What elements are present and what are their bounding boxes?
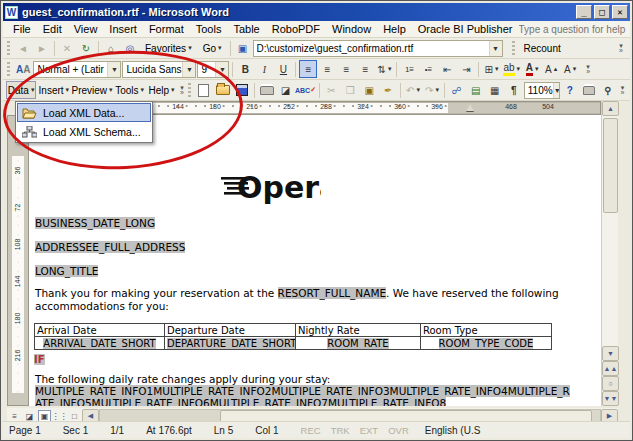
menu-oracle-bi-publisher[interactable]: Oracle BI Publisher: [412, 22, 519, 36]
menu-item-load-xml-schema[interactable]: Load XML Schema...: [17, 122, 151, 141]
menu-robopdf[interactable]: RoboPDF: [266, 22, 326, 36]
menu-item-load-xml-data[interactable]: Load XML Data...: [17, 103, 151, 122]
minimize-button[interactable]: _: [576, 5, 592, 19]
select-browse-object-icon[interactable]: ○: [602, 376, 619, 391]
format-painter-icon[interactable]: ✒: [379, 81, 397, 99]
back-icon[interactable]: ◄: [14, 39, 32, 57]
bold-button[interactable]: B: [236, 60, 254, 78]
menu-file[interactable]: File: [7, 22, 37, 36]
italic-button[interactable]: I: [255, 60, 273, 78]
font-color-button[interactable]: A▾: [523, 60, 541, 78]
insert-excel-worksheet-icon[interactable]: ▤: [467, 81, 485, 99]
save-icon[interactable]: [233, 81, 251, 99]
font-size-combobox[interactable]: 9 ▼: [197, 61, 229, 78]
spelling-icon[interactable]: ABC✓: [296, 81, 316, 99]
scroll-up-icon[interactable]: ▲: [602, 101, 619, 116]
toolbar-options-chevron-icon[interactable]: ▾»: [618, 81, 627, 99]
menu-help[interactable]: Help: [377, 22, 412, 36]
menu-edit[interactable]: Edit: [37, 22, 68, 36]
toolbar-grip[interactable]: [7, 62, 10, 76]
undo-icon[interactable]: ↶▾: [404, 81, 422, 99]
status-mode-ovr[interactable]: OVR: [388, 425, 409, 436]
status-mode-trk[interactable]: TRK: [331, 425, 350, 436]
menu-tools[interactable]: Tools: [190, 22, 228, 36]
bip-tools-menu-button[interactable]: Tools▾: [114, 81, 146, 99]
ask-question-input[interactable]: [519, 24, 633, 35]
vertical-scrollbar[interactable]: ▲ ▼ ▲▲ ○ ▼▼: [601, 101, 618, 406]
go-button[interactable]: Go▾: [198, 39, 227, 57]
menu-table[interactable]: Table: [227, 22, 265, 36]
bullet-list-icon[interactable]: •≡: [419, 60, 437, 78]
print-icon[interactable]: [258, 81, 276, 99]
close-button[interactable]: ✕: [612, 5, 628, 19]
address-dropdown-arrow-icon[interactable]: ▼: [489, 41, 502, 56]
bip-help-menu-button[interactable]: Help▾: [147, 81, 177, 99]
align-center-button[interactable]: ≡: [318, 60, 336, 78]
bip-preview-menu-button[interactable]: Preview▾: [71, 81, 112, 99]
toolbar-options-chevron-icon[interactable]: ▾»: [615, 39, 627, 57]
decrease-indent-icon[interactable]: ⇤: [438, 60, 456, 78]
home-icon[interactable]: ⌂: [102, 39, 120, 57]
bip-data-menu-button[interactable]: Data▾: [6, 81, 36, 99]
bip-insert-menu-button[interactable]: Insert▾: [37, 81, 70, 99]
menu-view[interactable]: View: [68, 22, 104, 36]
new-document-icon[interactable]: [195, 81, 213, 99]
show-web-toolbar-only-icon[interactable]: ▣: [234, 39, 252, 57]
right-indent-marker[interactable]: [466, 104, 474, 111]
scroll-down-icon[interactable]: ▼: [602, 346, 619, 361]
menu-window[interactable]: Window: [326, 22, 377, 36]
envelope-icon[interactable]: [580, 81, 598, 99]
zoom-combobox[interactable]: 110% ▼: [524, 82, 560, 99]
align-right-button[interactable]: ≡: [337, 60, 355, 78]
style-dropdown-arrow-icon[interactable]: ▼: [107, 62, 120, 77]
toolbar-grip[interactable]: [512, 41, 515, 55]
numbered-list-icon[interactable]: 1≡: [400, 60, 418, 78]
menu-insert[interactable]: Insert: [103, 22, 143, 36]
help-icon[interactable]: ?: [561, 81, 579, 99]
status-mode-ext[interactable]: EXT: [360, 425, 378, 436]
recount-button[interactable]: Recount: [519, 39, 566, 57]
grow-font-button[interactable]: A▴: [542, 60, 560, 78]
search-web-icon[interactable]: ◎: [121, 39, 139, 57]
font-size-dropdown-arrow-icon[interactable]: ▼: [215, 62, 228, 77]
zoom-dropdown-arrow-icon[interactable]: ▼: [553, 83, 560, 98]
styles-and-formatting-icon[interactable]: AA: [14, 60, 32, 78]
show-hide-formatting-icon[interactable]: ¶: [505, 81, 523, 99]
toolbar-grip[interactable]: [188, 83, 190, 97]
highlight-button[interactable]: ab▾: [501, 60, 522, 78]
copy-icon[interactable]: ❐: [341, 81, 359, 99]
paste-icon[interactable]: ▣: [360, 81, 378, 99]
redo-icon[interactable]: ↷▾: [423, 81, 441, 99]
next-page-icon[interactable]: ▼▼: [602, 391, 619, 406]
print-preview-icon[interactable]: ◪: [277, 81, 295, 99]
refresh-icon[interactable]: ↻: [77, 39, 95, 57]
toolbar-grip[interactable]: [7, 41, 10, 55]
style-combobox[interactable]: Normal + (Latir ▼: [33, 61, 121, 78]
align-left-button[interactable]: ≡: [299, 60, 317, 78]
shrink-font-button[interactable]: A▾: [561, 60, 579, 78]
menu-format[interactable]: Format: [143, 22, 190, 36]
previous-page-icon[interactable]: ▲▲: [602, 361, 619, 376]
find-icon[interactable]: ⚲: [599, 81, 617, 99]
insert-hyperlink-icon[interactable]: ☍: [448, 81, 466, 99]
forward-icon[interactable]: ►: [33, 39, 51, 57]
vertical-scroll-thumb[interactable]: [603, 118, 618, 213]
toolbar-options-chevron-icon[interactable]: ▾»: [582, 60, 594, 78]
document-page[interactable]: Opera BUSINESS_DATE_LONG ADDRESSEE_FULL_…: [29, 115, 601, 406]
status-mode-rec[interactable]: REC: [301, 425, 321, 436]
stop-icon[interactable]: ✕: [58, 39, 76, 57]
font-combobox[interactable]: Lucida Sans ▼: [122, 61, 196, 78]
borders-button[interactable]: ⊞▾: [482, 60, 500, 78]
toolbar-options-chevron-icon[interactable]: ▾»: [177, 81, 186, 99]
underline-button[interactable]: U: [274, 60, 292, 78]
increase-indent-icon[interactable]: ⇥: [457, 60, 475, 78]
font-dropdown-arrow-icon[interactable]: ▼: [182, 62, 195, 77]
address-input[interactable]: [257, 43, 489, 54]
line-spacing-button[interactable]: ⇅▾: [375, 60, 393, 78]
open-icon[interactable]: [214, 81, 232, 99]
vertical-ruler[interactable]: 3672108144180216: [7, 115, 29, 406]
cut-icon[interactable]: ✂: [322, 81, 340, 99]
maximize-button[interactable]: □: [594, 5, 610, 19]
insert-table-icon[interactable]: ▦: [486, 81, 504, 99]
justify-button[interactable]: ≡: [356, 60, 374, 78]
